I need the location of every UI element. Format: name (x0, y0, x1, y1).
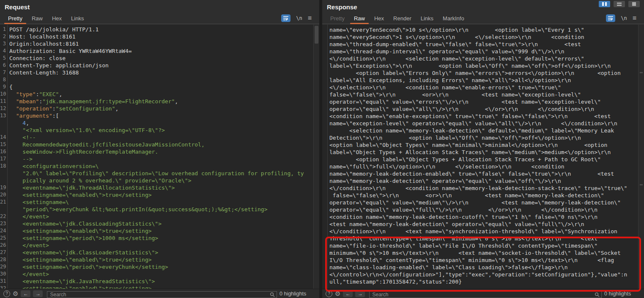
response-code: name=\"everyTenSecond\">10 s<\/option>\r… (322, 25, 638, 289)
code-line: 16 seeWindow->FlightRecorderTemplateMana… (0, 148, 313, 155)
search-marker-tick (640, 184, 643, 185)
editor-menu-icon[interactable]: ≡ (633, 15, 636, 22)
code-line: operator=\"equal\" value=\"medium\"\/>\r… (322, 199, 638, 206)
code-line: 30 </event> (0, 270, 313, 278)
code-line: name=\"full\">full<\/option>\r\n <\/sele… (322, 163, 638, 170)
response-panel-title: Response (322, 0, 644, 13)
code-line: "<?xml version=\"1.0\" encoding=\"UTF-8\… (0, 127, 313, 134)
tab-raw[interactable]: Raw (349, 13, 370, 24)
request-tabs: PrettyRawHexLinks (3, 13, 88, 24)
code-line: 20 <settingname=\"enabled\">true</settin… (0, 191, 313, 199)
code-line: 13 "arguments":[ (0, 112, 313, 119)
request-search-bar: ? ⚙ ← → 0 highlights (0, 289, 319, 298)
code-line: 18 <configurationversion=\ (0, 163, 313, 170)
code-line: name=\"everyTenSecond\">10 s<\/option>\r… (322, 26, 638, 33)
settings-gear-icon[interactable]: ⚙ (335, 290, 340, 297)
code-line: "period\">everyChunk &lt;%out.printIn(&q… (0, 206, 313, 213)
code-line: Detection\">\r\n <option label=\"Off\" n… (322, 134, 638, 141)
code-line: 21 <settingname=\ (0, 199, 313, 206)
response-editor[interactable]: name=\"everyTenSecond\">10 s<\/option>\r… (322, 25, 644, 289)
tab-render[interactable]: Render (389, 13, 416, 24)
code-line: name=\"thread-dump-interval\" operator=\… (322, 48, 638, 55)
request-panel-title: Request (0, 0, 319, 13)
highlights-count: 0 highlights (604, 291, 641, 297)
highlights-count: 0 highlights (280, 291, 316, 297)
code-line: <\/condition>\r\n <selection name=\"exce… (322, 55, 638, 62)
code-line: 25 <settingname=\"period\">1000 ms</sett… (0, 235, 313, 242)
code-line: name=\"exception-level\" operator=\"equa… (322, 120, 638, 127)
tab-markinfo[interactable]: MarkInfo (438, 13, 469, 24)
word-wrap-toggle-icon[interactable] (606, 14, 615, 22)
request-scrollbar-thumb[interactable] (315, 26, 318, 44)
tab-pretty[interactable]: Pretty (3, 13, 27, 24)
editor-menu-icon[interactable]: ≡ (308, 15, 312, 22)
code-line: <condition name=\"enable-exceptions\" tr… (322, 113, 638, 120)
help-icon[interactable]: ? (3, 290, 10, 297)
code-line: operator=\"equal\" value=\"full\"\/>\r\n… (322, 206, 638, 213)
response-tabs: PrettyRawHexRenderLinksMarkInfo (326, 13, 469, 24)
code-line: 32 <settingname=\"enabled\">true</settin… (0, 285, 313, 289)
code-line: 23 <eventname=\"jdk.ClassLoadingStatisti… (0, 220, 313, 227)
settings-gear-icon[interactable]: ⚙ (13, 290, 18, 297)
tab-hex[interactable]: Hex (370, 13, 389, 24)
code-line: 29 <settingname=\"period\">everyChunk</s… (0, 263, 313, 270)
request-editor[interactable]: 1POST /api/jolokia/ HTTP/1.12Host: local… (0, 25, 319, 289)
tab-links[interactable]: Links (416, 13, 438, 24)
message-editor-window: Request PrettyRawHexLinks \n ≡ 1POST /ap… (0, 0, 644, 298)
next-match-button[interactable]: → (355, 290, 365, 297)
code-line: 7Content-Length: 31688 (0, 69, 313, 76)
next-match-button[interactable]: → (33, 290, 43, 297)
code-line: label=\"Exceptions\">\r\n <option label=… (322, 62, 638, 69)
code-line: <condition name=\"memory-leak-detection-… (322, 213, 638, 221)
code-line: 19 <eventname=\"jdk.ThreadAllocationStat… (0, 184, 313, 191)
code-line: operator=\"equal\" value=\"errors\"\/>\r… (322, 98, 638, 105)
code-line: false=\"false\">\r\n <or>\r\n <test name… (322, 192, 638, 199)
code-line: <selection name=\"memory-leak-detection\… (322, 127, 638, 134)
search-input[interactable] (47, 291, 277, 298)
code-line: 1POST /api/jolokia/ HTTP/1.1 (0, 26, 313, 33)
layout-rows-button[interactable] (614, 1, 625, 7)
response-tabs-bar: PrettyRawHexRenderLinksMarkInfo \n ≡ (322, 13, 644, 24)
tab-hex[interactable]: Hex (47, 13, 66, 24)
code-line: <option label=\"Object Types + Allocatio… (322, 156, 638, 163)
prev-match-button[interactable]: ← (343, 290, 353, 297)
response-search-bar: ? ⚙ ← → 0 highlights (322, 289, 644, 298)
response-panel: Response PrettyRawHexRenderLinksMarkInfo… (322, 0, 644, 298)
code-line: 9{ (0, 83, 313, 91)
show-newlines-toggle[interactable]: \n (296, 15, 302, 21)
search-input[interactable] (369, 291, 602, 298)
tab-raw[interactable]: Raw (27, 13, 47, 24)
code-line: <option label=\"Errors Only\" name=\"err… (322, 69, 638, 77)
request-scrollbar[interactable] (313, 25, 319, 289)
code-line: label=\"All Exceptions, including Errors… (322, 77, 638, 84)
code-line: 24 <settingname=\"enabled\">true</settin… (0, 227, 313, 235)
prev-match-button[interactable]: ← (21, 290, 30, 297)
code-line: name=\"class-loading-enabled\" label=\"C… (322, 264, 638, 271)
code-line: name=\"file-io-threshold\" label=\"File … (322, 242, 638, 249)
show-newlines-toggle[interactable]: \n (621, 15, 627, 21)
help-icon[interactable]: ? (326, 290, 332, 297)
code-line: 31 <eventname=\"jdk.JavaThreadStatistics… (0, 278, 313, 285)
code-line: 15 Recommendedwaytoedit.jfcfilesistouseJ… (0, 141, 313, 148)
code-line: pically around 2 % overhead.\" provider=… (0, 177, 313, 184)
word-wrap-toggle-icon[interactable] (281, 14, 290, 22)
code-line: name=\"memory-leak-detection\" operator=… (322, 177, 638, 185)
code-line: <\/control>\r\n<\/configuration>"],"type… (322, 271, 638, 278)
code-line: 11 "mbean":"jdk.management.jfr:type=Flig… (0, 98, 313, 105)
code-line: 28 <settingname=\"enabled\">true</settin… (0, 256, 313, 263)
code-line: operator=\"equal\" value=\"all\"\/>\r\n … (322, 105, 638, 113)
search-icon (270, 291, 275, 298)
code-line: Threshold\" contentType=\"timespan\" min… (322, 235, 638, 242)
code-line: 2Host: localhost:8161 (0, 33, 313, 40)
code-line: minimum=\"0 s\">10 ms<\/text>\r\n <text … (322, 249, 638, 257)
layout-columns-button[interactable] (599, 1, 610, 7)
response-scrollbar[interactable] (638, 25, 644, 289)
tab-pretty[interactable]: Pretty (326, 13, 349, 24)
code-line: "2.0\" label=\"Profiling\" description=\… (0, 170, 313, 177)
layout-single-button[interactable] (628, 1, 640, 7)
code-line: 5Connection: close (0, 55, 313, 62)
code-line: name=\"memory-leak-detection-enabled\" t… (322, 170, 638, 177)
code-line: 4Authorization: Basic YWRtaW46YWRtaW4= (0, 47, 313, 55)
response-editor-tools: \n ≡ (606, 13, 641, 24)
tab-links[interactable]: Links (66, 13, 88, 24)
